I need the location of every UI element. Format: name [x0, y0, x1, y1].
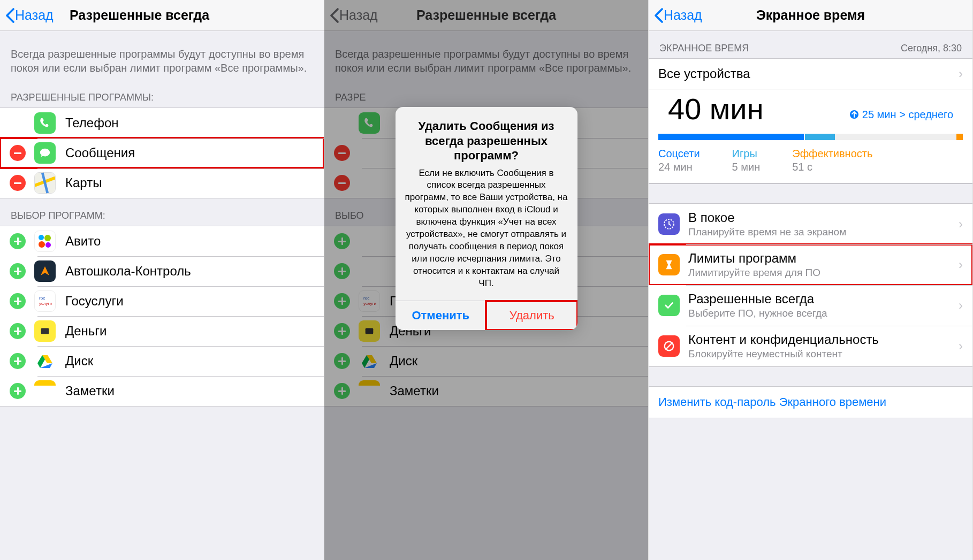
- row-label: Диск: [65, 354, 93, 369]
- choose-row[interactable]: Диск: [0, 346, 324, 376]
- stat-productivity: Эффективность 51 с: [792, 148, 872, 173]
- app-limits-icon: [658, 254, 680, 275]
- remove-button[interactable]: [10, 145, 26, 161]
- usage-bar-chart: [658, 134, 963, 140]
- back-label: Назад: [664, 7, 702, 23]
- chevron-right-icon: ›: [959, 339, 963, 354]
- add-button[interactable]: [10, 293, 26, 309]
- stat-label: Соцсети: [658, 148, 700, 160]
- downtime-icon: [658, 213, 680, 235]
- choose-apps-group: Авито Автошкола-Контроль госуслуги Госус…: [0, 226, 324, 406]
- stat-label: Эффективность: [792, 148, 872, 160]
- chevron-left-icon: [654, 7, 664, 24]
- row-label: Заметки: [65, 383, 115, 398]
- phone-icon: [34, 112, 56, 134]
- svg-point-1: [39, 235, 44, 240]
- panel-always-allowed-dialog: Назад Разрешенные всегда Всегда разрешен…: [324, 0, 649, 560]
- maps-icon: [34, 172, 56, 194]
- stat-label: Игры: [732, 148, 761, 160]
- row-label: Сообщения: [65, 145, 135, 160]
- stat-value: 24 мин: [658, 161, 700, 173]
- add-button[interactable]: [10, 353, 26, 369]
- section-date: Сегодня, 8:30: [901, 43, 962, 54]
- devices-label: Все устройства: [658, 66, 963, 81]
- back-label: Назад: [15, 7, 54, 23]
- money-icon: [34, 320, 56, 342]
- bar-segment-social: [658, 134, 804, 140]
- section-allowed-label: РАЗРЕШЕННЫЕ ПРОГРАММЫ:: [0, 80, 324, 108]
- add-button[interactable]: [10, 323, 26, 339]
- cancel-button[interactable]: Отменить: [396, 301, 486, 330]
- svg-rect-7: [41, 328, 49, 334]
- svg-point-3: [39, 241, 45, 248]
- back-button[interactable]: Назад: [0, 7, 54, 24]
- bar-segment-games: [805, 134, 835, 140]
- menu-app-limits[interactable]: Лимиты программ Лимитируйте время для ПО…: [649, 244, 972, 285]
- remove-button[interactable]: [10, 175, 26, 191]
- menu-content-privacy[interactable]: Контент и конфиденциальность Блокируйте …: [649, 326, 972, 366]
- panel-always-allowed: Назад Разрешенные всегда Всегда разрешен…: [0, 0, 324, 560]
- row-label: Госуслуги: [65, 294, 124, 309]
- row-label: Карты: [65, 175, 102, 190]
- add-button[interactable]: [10, 233, 26, 249]
- choose-row[interactable]: госуслуги Госуслуги: [0, 286, 324, 316]
- menu-subtitle: Выберите ПО, нужное всегда: [688, 308, 963, 319]
- avito-icon: [34, 231, 56, 252]
- allowed-row-maps[interactable]: Карты: [0, 168, 324, 198]
- menu-title: Контент и конфиденциальность: [688, 332, 963, 347]
- panel-screen-time: Назад Экранное время ЭКРАННОЕ ВРЕМЯ Сего…: [649, 0, 973, 560]
- screentime-menu: В покое Планируйте время не за экраном ›…: [649, 203, 972, 367]
- row-label: Телефон: [65, 116, 119, 131]
- menu-title: Разрешенные всегда: [688, 291, 963, 306]
- svg-text:гос: гос: [39, 296, 45, 301]
- chevron-right-icon: ›: [959, 217, 963, 232]
- svg-point-4: [45, 242, 51, 248]
- bar-segment-productivity: [956, 134, 963, 140]
- add-button[interactable]: [10, 383, 26, 399]
- choose-row[interactable]: Заметки: [0, 376, 324, 406]
- menu-subtitle: Лимитируйте время для ПО: [688, 267, 963, 279]
- row-label: Автошкола-Контроль: [65, 264, 191, 279]
- chevron-left-icon: [5, 7, 15, 24]
- total-time: 40 мин: [658, 89, 773, 131]
- delete-button[interactable]: Удалить: [486, 301, 577, 330]
- messages-icon: [34, 142, 56, 164]
- trend-text: 25 мин > среднего: [862, 109, 953, 121]
- svg-point-2: [44, 235, 51, 241]
- drive-icon: [34, 350, 56, 372]
- menu-title: В покое: [688, 210, 963, 225]
- nav-bar: Назад Разрешенные всегда: [0, 0, 324, 31]
- back-button[interactable]: Назад: [649, 7, 702, 24]
- choose-row[interactable]: Деньги: [0, 316, 324, 346]
- menu-downtime[interactable]: В покое Планируйте время не за экраном ›: [649, 204, 972, 244]
- stat-games: Игры 5 мин: [732, 148, 761, 173]
- chevron-right-icon: ›: [959, 298, 963, 313]
- menu-title: Лимиты программ: [688, 251, 963, 266]
- dialog-buttons: Отменить Удалить: [396, 301, 577, 330]
- change-passcode-link[interactable]: Изменить код-пароль Экранного времени: [649, 386, 972, 418]
- confirm-dialog: Удалить Сообщения из всегда разрешенных …: [396, 107, 577, 330]
- chevron-right-icon: ›: [959, 257, 963, 272]
- stats-row: Соцсети 24 мин Игры 5 мин Эффективность …: [649, 148, 972, 183]
- allowed-apps-group: Телефон Сообщения Карты: [0, 108, 324, 198]
- always-allowed-icon: [658, 295, 680, 316]
- description: Всегда разрешенные программы будут досту…: [0, 31, 324, 80]
- allowed-row-phone[interactable]: Телефон: [0, 108, 324, 138]
- dialog-title: Удалить Сообщения из всегда разрешенных …: [396, 107, 577, 167]
- allowed-row-messages[interactable]: Сообщения: [0, 138, 324, 168]
- all-devices-row[interactable]: Все устройства ›: [649, 58, 972, 89]
- arrow-up-icon: [849, 110, 859, 119]
- stat-value: 51 с: [792, 161, 872, 173]
- choose-row[interactable]: Авито: [0, 226, 324, 256]
- add-button[interactable]: [10, 263, 26, 279]
- section-choose-label: ВЫБОР ПРОГРАММ:: [0, 198, 324, 226]
- nav-bar: Назад Экранное время: [649, 0, 972, 31]
- time-trend: 25 мин > среднего: [849, 109, 953, 121]
- avtoschool-icon: [34, 260, 56, 282]
- stat-value: 5 мин: [732, 161, 761, 173]
- svg-text:услуги: услуги: [39, 301, 52, 306]
- menu-always-allowed[interactable]: Разрешенные всегда Выберите ПО, нужное в…: [649, 285, 972, 326]
- row-label: Деньги: [65, 324, 107, 339]
- choose-row[interactable]: Автошкола-Контроль: [0, 256, 324, 286]
- dialog-body: Если не включить Сообщения в список всег…: [396, 167, 577, 301]
